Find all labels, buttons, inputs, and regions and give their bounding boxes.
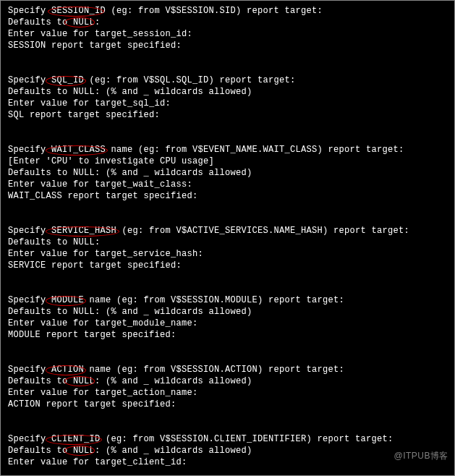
terminal-line: Enter value for target_client_id: <box>8 456 447 468</box>
terminal-line: Specify SQL_ID (eg: from V$SQL.SQL_ID) r… <box>8 75 447 86</box>
prompt-block: Specify ACTION name (eg: from V$SESSION.… <box>8 364 447 410</box>
terminal-line: Defaults to NULL: <box>8 237 447 248</box>
watermark-label: @ITPUB博客 <box>394 450 448 462</box>
prompt-block: Specify CLIENT_ID (eg: from V$SESSION.CL… <box>8 433 447 468</box>
terminal-line: MODULE report target specified: <box>8 329 447 341</box>
terminal-line: WAIT_CLASS report target specified: <box>8 190 447 202</box>
terminal-line: ACTION report target specified: <box>8 399 447 410</box>
terminal-line: Specify CLIENT_ID (eg: from V$SESSION.CL… <box>8 433 447 445</box>
terminal-line: Enter value for target_service_hash: <box>8 248 447 260</box>
terminal-line: Enter value for target_sql_id: <box>8 98 447 109</box>
prompt-block: Specify SESSION_ID (eg: from V$SESSION.S… <box>8 5 447 51</box>
terminal-line: Specify MODULE name (eg: from V$SESSION.… <box>8 294 447 306</box>
prompt-block: Specify WAIT_CLASS name (eg: from V$EVEN… <box>8 144 447 202</box>
terminal-line: Defaults to NULL: (% and _ wildcards all… <box>8 306 447 318</box>
terminal-line: Defaults to NULL: (% and _ wildcards all… <box>8 167 447 179</box>
terminal-line: Specify SERVICE_HASH (eg: from V$ACTIVE_… <box>8 225 447 237</box>
terminal-line: Defaults to NULL: (% and _ wildcards all… <box>8 86 447 98</box>
terminal-line: Defaults to NULL: (% and _ wildcards all… <box>8 375 447 387</box>
terminal-line: Enter value for target_wait_class: <box>8 179 447 190</box>
terminal-line: Defaults to NULL: (% and _ wildcards all… <box>8 445 447 456</box>
terminal-line: Specify WAIT_CLASS name (eg: from V$EVEN… <box>8 144 447 156</box>
terminal-line: Enter value for target_action_name: <box>8 387 447 399</box>
terminal-line: SESSION report target specified: <box>8 40 447 51</box>
terminal-line: [Enter 'CPU' to investigate CPU usage] <box>8 156 447 167</box>
terminal-line: Specify SESSION_ID (eg: from V$SESSION.S… <box>8 5 447 17</box>
terminal-line: Enter value for target_module_name: <box>8 318 447 329</box>
terminal-output: Specify SESSION_ID (eg: from V$SESSION.S… <box>8 5 447 468</box>
terminal-line: Specify ACTION name (eg: from V$SESSION.… <box>8 364 447 375</box>
prompt-block: Specify SERVICE_HASH (eg: from V$ACTIVE_… <box>8 225 447 271</box>
terminal-line: SQL report target specified: <box>8 109 447 121</box>
terminal-line: Defaults to NULL: <box>8 17 447 28</box>
terminal-line: SERVICE report target specified: <box>8 260 447 271</box>
terminal-line: Enter value for target_session_id: <box>8 28 447 40</box>
prompt-block: Specify SQL_ID (eg: from V$SQL.SQL_ID) r… <box>8 75 447 121</box>
prompt-block: Specify MODULE name (eg: from V$SESSION.… <box>8 294 447 341</box>
